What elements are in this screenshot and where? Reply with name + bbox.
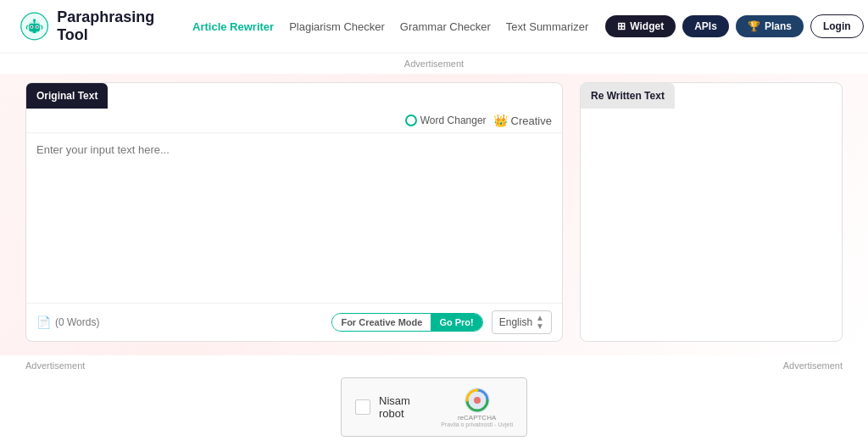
original-text-panel: Original Text Word Changer 👑 Creative 📄 … — [25, 82, 563, 342]
top-ad-banner: Advertisement — [0, 53, 868, 74]
crown-icon: 👑 — [493, 114, 508, 127]
captcha-box: Nisam robot reCAPTCHA Pravila o privatno… — [341, 377, 527, 437]
logo-text: Paraphrasing Tool — [57, 8, 162, 44]
file-icon: 📄 — [36, 315, 51, 329]
nav-article-rewriter[interactable]: Article Rewriter — [192, 20, 274, 33]
svg-point-6 — [36, 26, 38, 28]
word-changer-dot — [405, 114, 417, 126]
language-arrows-icon: ▲ ▼ — [536, 314, 544, 331]
mode-text: For Creative Mode — [332, 314, 431, 331]
recaptcha-logo-area: reCAPTCHA Pravila o privatnosti - Uvjeti — [441, 387, 513, 427]
widget-icon: ⊞ — [617, 20, 626, 32]
word-changer-label: Word Changer — [405, 114, 487, 126]
panel-top-bar: Word Changer 👑 Creative — [26, 109, 562, 133]
login-button[interactable]: Login — [810, 14, 864, 38]
logo-area: Paraphrasing Tool — [20, 8, 162, 44]
left-ad-label: Advertisement — [25, 360, 85, 371]
rewritten-text-label: Re Written Text — [581, 83, 675, 109]
logo-icon — [20, 8, 48, 44]
svg-point-11 — [474, 397, 481, 404]
captcha-area: Nisam robot reCAPTCHA Pravila o privatno… — [25, 377, 843, 437]
captcha-text: Nisam robot — [379, 394, 432, 420]
original-text-input[interactable] — [26, 133, 562, 303]
header: Paraphrasing Tool Article Rewriter Plagi… — [0, 0, 868, 53]
svg-point-5 — [31, 26, 32, 28]
plans-button[interactable]: 🏆 Plans — [736, 15, 804, 37]
plans-icon: 🏆 — [748, 20, 760, 32]
apis-button[interactable]: APIs — [682, 15, 729, 37]
language-selector[interactable]: English ▲ ▼ — [492, 310, 552, 334]
mode-badge: For Creative Mode Go Pro! — [331, 313, 482, 332]
panel-bottom-bar: 📄 (0 Words) For Creative Mode Go Pro! En… — [26, 303, 562, 341]
ad-labels: Advertisement Advertisement — [25, 360, 843, 371]
nav-grammar-checker[interactable]: Grammar Checker — [400, 20, 491, 33]
nav-links: Article Rewriter Plagiarism Checker Gram… — [192, 20, 588, 33]
go-pro-button[interactable]: Go Pro! — [431, 314, 481, 331]
bottom-section: Advertisement Advertisement Nisam robot … — [0, 355, 868, 441]
nav-buttons: ⊞ Widget APIs 🏆 Plans Login Register — [605, 14, 868, 38]
svg-rect-7 — [33, 31, 36, 33]
rewritten-text-panel: Re Written Text — [580, 82, 843, 342]
nav-text-summarizer[interactable]: Text Summarizer — [506, 20, 589, 33]
original-text-label: Original Text — [26, 83, 108, 109]
editor-row: Original Text Word Changer 👑 Creative 📄 … — [25, 82, 843, 342]
nav-plagiarism-checker[interactable]: Plagiarism Checker — [289, 20, 385, 33]
recaptcha-links: Pravila o privatnosti - Uvjeti — [441, 421, 513, 427]
recaptcha-icon — [464, 387, 491, 414]
main-content: Original Text Word Changer 👑 Creative 📄 … — [0, 74, 868, 355]
word-count: 📄 (0 Words) — [36, 315, 99, 329]
captcha-checkbox[interactable] — [355, 399, 370, 415]
recaptcha-label: reCAPTCHA — [458, 414, 496, 421]
svg-point-9 — [33, 19, 36, 21]
right-ad-label: Advertisement — [783, 360, 843, 371]
widget-button[interactable]: ⊞ Widget — [605, 15, 676, 37]
creative-mode-label: 👑 Creative — [493, 114, 552, 127]
